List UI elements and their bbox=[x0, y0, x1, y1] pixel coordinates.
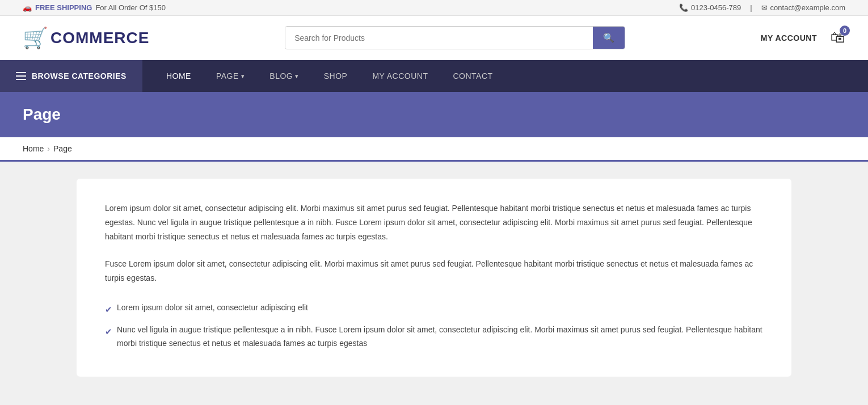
checklist-item-2: Nunc vel ligula in augue tristique pelle… bbox=[117, 323, 763, 351]
shipping-text: For All Order Of $150 bbox=[95, 3, 166, 12]
search-bar: 🔍 bbox=[285, 26, 625, 49]
my-account-link[interactable]: MY ACCOUNT bbox=[761, 33, 817, 43]
cart-button[interactable]: 🛍 0 bbox=[831, 29, 845, 47]
nav-item-shop[interactable]: SHOP bbox=[311, 60, 360, 92]
breadcrumb: Home › Page bbox=[0, 137, 868, 162]
content-wrapper: Lorem ipsum dolor sit amet, consectetur … bbox=[0, 162, 868, 394]
phone-info: 📞 0123-0456-789 bbox=[679, 3, 741, 12]
email-info: ✉ contact@example.com bbox=[761, 3, 845, 12]
divider: | bbox=[750, 3, 752, 12]
content-card: Lorem ipsum dolor sit amet, consectetur … bbox=[77, 179, 791, 377]
email-address: contact@example.com bbox=[770, 3, 845, 12]
checklist: ✔ Lorem ipsum dolor sit amet, consectetu… bbox=[105, 298, 763, 354]
cart-logo-icon: 🛒 bbox=[23, 28, 48, 48]
email-icon: ✉ bbox=[761, 3, 768, 12]
nav-item-page[interactable]: PAGE ▾ bbox=[204, 60, 257, 92]
nav-item-my-account[interactable]: MY ACCOUNT bbox=[360, 60, 440, 92]
breadcrumb-current: Page bbox=[53, 144, 72, 153]
logo[interactable]: 🛒 COMMERCE bbox=[23, 28, 149, 48]
browse-categories-button[interactable]: BROWSE CATEGORIES bbox=[0, 60, 142, 92]
top-bar-left: 🚗 FREE SHIPPING For All Order Of $150 bbox=[23, 3, 166, 12]
free-shipping-link[interactable]: FREE SHIPPING bbox=[35, 3, 92, 12]
header-right: MY ACCOUNT 🛍 0 bbox=[761, 29, 845, 47]
content-paragraph-1: Lorem ipsum dolor sit amet, consectetur … bbox=[105, 201, 763, 244]
hamburger-icon bbox=[16, 72, 26, 80]
breadcrumb-home[interactable]: Home bbox=[23, 144, 44, 153]
chevron-down-icon: ▾ bbox=[241, 73, 245, 80]
navbar: BROWSE CATEGORIES HOME PAGE ▾ BLOG ▾ SHO… bbox=[0, 60, 868, 92]
list-item: ✔ Nunc vel ligula in augue tristique pel… bbox=[105, 320, 763, 354]
check-icon: ✔ bbox=[105, 324, 112, 339]
checklist-item-1: Lorem ipsum dolor sit amet, consectetur … bbox=[117, 301, 308, 315]
page-hero: Page bbox=[0, 92, 868, 137]
page-hero-title: Page bbox=[23, 106, 845, 124]
search-input[interactable] bbox=[285, 27, 593, 49]
truck-icon: 🚗 bbox=[23, 3, 32, 12]
top-bar: 🚗 FREE SHIPPING For All Order Of $150 📞 … bbox=[0, 0, 868, 16]
browse-label: BROWSE CATEGORIES bbox=[32, 71, 127, 81]
breadcrumb-separator: › bbox=[47, 144, 50, 153]
phone-number: 0123-0456-789 bbox=[691, 3, 741, 12]
nav-item-home[interactable]: HOME bbox=[154, 60, 204, 92]
header: 🛒 COMMERCE 🔍 MY ACCOUNT 🛍 0 bbox=[0, 16, 868, 60]
nav-item-blog[interactable]: BLOG ▾ bbox=[257, 60, 311, 92]
cart-badge: 0 bbox=[840, 26, 850, 36]
list-item: ✔ Lorem ipsum dolor sit amet, consectetu… bbox=[105, 298, 763, 320]
content-paragraph-2: Fusce Lorem ipsum dolor sit amet, consec… bbox=[105, 257, 763, 285]
logo-text: COMMERCE bbox=[50, 29, 149, 47]
phone-icon: 📞 bbox=[679, 3, 688, 12]
nav-links: HOME PAGE ▾ BLOG ▾ SHOP MY ACCOUNT CONTA… bbox=[142, 60, 868, 92]
check-icon: ✔ bbox=[105, 302, 112, 317]
search-button[interactable]: 🔍 bbox=[593, 27, 625, 49]
top-bar-right: 📞 0123-0456-789 | ✉ contact@example.com bbox=[679, 3, 845, 12]
nav-item-contact[interactable]: CONTACT bbox=[440, 60, 505, 92]
chevron-down-icon: ▾ bbox=[295, 73, 299, 80]
search-icon: 🔍 bbox=[603, 32, 614, 43]
